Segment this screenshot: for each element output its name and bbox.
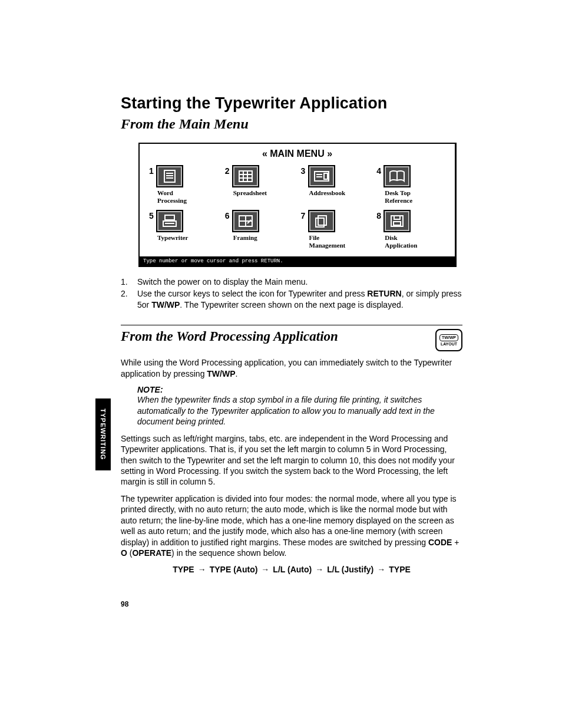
grid-icon — [232, 165, 259, 187]
mode-name: TYPE (Auto) — [210, 565, 258, 574]
note-block: NOTE: When the typewriter finds a stop s… — [137, 385, 462, 427]
arrow-icon: → — [198, 565, 206, 574]
menu-item-5[interactable]: 5Typewriter — [146, 207, 222, 252]
menu-item-label: Spreadsheet — [233, 189, 294, 197]
menu-item-4[interactable]: 4Desk TopReference — [373, 163, 449, 207]
menu-item-number: 1 — [149, 165, 156, 176]
menu-item-3[interactable]: 3Addressbook — [297, 163, 373, 207]
files-icon — [308, 210, 335, 232]
typewriter-icon — [156, 210, 183, 232]
main-menu-header: « MAIN MENU » — [140, 144, 455, 163]
modes-paragraph: The typewriter application is divided in… — [121, 493, 462, 559]
menu-item-7[interactable]: 7FileManagement — [297, 207, 373, 252]
book-icon — [384, 165, 411, 187]
main-menu-footer: Type number or move cursor and press RET… — [140, 256, 455, 266]
menu-item-label: Desk TopReference — [385, 189, 445, 204]
side-tab-typewriting: TYPEWRITING — [95, 398, 111, 470]
mode-sequence: TYPE→TYPE (Auto)→L/L (Auto)→L/L (Justify… — [121, 565, 462, 574]
key-label-top: TW/WP — [439, 334, 458, 341]
step-text: Switch the power on to display the Main … — [137, 276, 308, 288]
menu-item-number: 4 — [376, 165, 384, 176]
mode-name: TYPE — [173, 565, 194, 574]
menu-item-number: 2 — [225, 165, 232, 176]
svg-rect-23 — [394, 216, 400, 219]
menu-item-number: 8 — [376, 210, 384, 220]
menu-item-label: Addressbook — [309, 189, 370, 197]
instruction-step: 2.Use the cursor keys to select the icon… — [121, 288, 462, 311]
svg-rect-4 — [239, 171, 252, 182]
menu-item-label: Framing — [233, 234, 294, 242]
menu-item-8[interactable]: 8DiskApplication — [373, 207, 449, 252]
menu-item-number: 7 — [301, 210, 308, 220]
mode-name: L/L (Justify) — [327, 565, 373, 574]
page-title: Starting the Typewriter Application — [121, 94, 462, 113]
menu-item-label: WordProcessing — [157, 189, 218, 204]
step-number: 2. — [121, 288, 137, 311]
step-text: Use the cursor keys to select the icon f… — [137, 288, 462, 311]
svg-rect-24 — [394, 222, 401, 225]
arrow-icon: → — [261, 565, 269, 574]
step-number: 1. — [121, 276, 137, 288]
menu-item-number: 5 — [149, 210, 156, 220]
key-label-bottom: LAYOUT — [441, 342, 457, 347]
disk-icon — [384, 210, 411, 232]
twwp-key-icon: TW/WP LAYOUT — [435, 329, 462, 351]
card-icon — [308, 165, 335, 187]
instruction-step: 1.Switch the power on to display the Mai… — [121, 276, 462, 288]
svg-rect-12 — [324, 173, 328, 179]
menu-item-2[interactable]: 2Spreadsheet — [222, 163, 297, 207]
menu-item-label: Typewriter — [157, 234, 218, 242]
menu-item-label: DiskApplication — [385, 234, 445, 249]
arrow-icon: → — [377, 565, 385, 574]
note-body: When the typewriter finds a stop symbol … — [137, 394, 462, 427]
menu-item-6[interactable]: 6Framing — [222, 207, 297, 252]
note-heading: NOTE: — [137, 385, 462, 394]
page-subtitle: From the Main Menu — [121, 116, 462, 132]
settings-paragraph: Settings such as left/right margins, tab… — [121, 433, 462, 487]
intro-paragraph: While using the Word Processing applicat… — [121, 357, 462, 379]
menu-item-label: FileManagement — [309, 234, 370, 249]
frame-icon — [232, 210, 259, 232]
menu-item-number: 3 — [301, 165, 308, 176]
section-title-wp: From the Word Processing Application — [121, 329, 338, 344]
menu-item-number: 6 — [225, 210, 232, 220]
mode-name: L/L (Auto) — [273, 565, 312, 574]
doc-lines-icon — [156, 165, 183, 187]
section-divider — [121, 325, 462, 325]
mode-name: TYPE — [389, 565, 411, 574]
svg-rect-20 — [318, 216, 326, 225]
page-number: 98 — [121, 600, 128, 608]
main-menu-box: « MAIN MENU » 1WordProcessing2Spreadshee… — [138, 143, 457, 267]
arrow-icon: → — [315, 565, 323, 574]
svg-rect-14 — [165, 215, 174, 220]
menu-item-1[interactable]: 1WordProcessing — [146, 163, 222, 207]
